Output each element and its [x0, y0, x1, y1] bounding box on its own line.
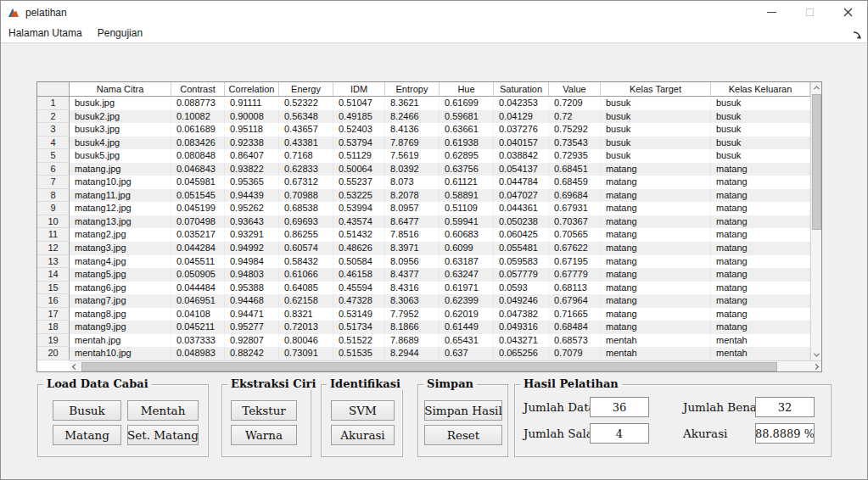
table-cell[interactable]: 7.8516	[385, 228, 440, 242]
table-cell[interactable]: matang	[711, 189, 810, 203]
table-cell[interactable]: 0.59941	[440, 215, 494, 229]
table-row[interactable]: 7matang10.jpg0.0459810.953650.673120.552…	[37, 176, 821, 189]
table-cell[interactable]: busuk	[711, 97, 810, 110]
table-cell[interactable]: 0.72935	[549, 149, 601, 163]
table-cell[interactable]: 0.94992	[225, 242, 279, 255]
table-cell[interactable]: 0.051545	[171, 189, 225, 203]
jumlah-salah-field[interactable]: 4	[590, 423, 649, 444]
menu-pengujian[interactable]: Pengujian	[90, 25, 150, 42]
table-cell[interactable]: 0.637	[440, 347, 494, 360]
table-cell[interactable]: 0.73543	[549, 137, 601, 150]
table-row[interactable]: 10matang13.jpg0.0704980.936430.696930.43…	[37, 215, 821, 229]
table-cell[interactable]: 0.63661	[440, 123, 494, 137]
table-cell[interactable]: matang	[601, 308, 711, 321]
table-cell[interactable]: 0.63247	[440, 268, 494, 282]
jumlah-data-field[interactable]: 36	[590, 397, 649, 417]
matang-button[interactable]: Matang	[53, 425, 121, 445]
table-cell[interactable]: 0.04108	[171, 308, 225, 321]
table-cell[interactable]: 0.94803	[225, 268, 279, 282]
table-cell[interactable]: 8.4136	[385, 123, 440, 137]
table-cell[interactable]: 8.0392	[385, 163, 440, 176]
table-cell[interactable]: 0.055481	[494, 242, 549, 255]
table-row[interactable]: 8matang11.jpg0.0515450.944390.709880.532…	[37, 189, 821, 203]
table-cell[interactable]: busuk	[711, 123, 810, 137]
table-cell[interactable]: 0.047382	[494, 308, 549, 321]
table-row[interactable]: 3busuk3.jpg0.0616890.951180.436570.52403…	[37, 123, 821, 137]
table-cell[interactable]: 0.0593	[494, 282, 549, 295]
table-cell[interactable]: 0.044361	[494, 202, 549, 215]
akurasi-button[interactable]: Akurasi	[331, 425, 395, 445]
table-cell[interactable]: 7.5619	[385, 149, 440, 163]
table-cell[interactable]: 0.51734	[333, 321, 385, 334]
akurasi-field[interactable]: 88.8889 %	[755, 423, 815, 444]
svm-button[interactable]: SVM	[331, 400, 395, 421]
table-cell[interactable]: 0.69684	[549, 189, 601, 203]
table-row[interactable]: 15matang6.jpg0.0444840.953880.640850.455…	[37, 282, 821, 295]
table-cell[interactable]: 0.94984	[225, 255, 279, 269]
table-row[interactable]: 20mentah10.jpg0.0489830.882420.730910.51…	[37, 347, 821, 360]
table-cell[interactable]: 0.95365	[225, 176, 279, 189]
table-cell[interactable]: mentah	[711, 334, 810, 348]
table-cell[interactable]: matang	[601, 294, 711, 308]
scroll-right-button[interactable]	[810, 361, 821, 372]
table-cell[interactable]: 0.67931	[549, 202, 601, 215]
table-cell[interactable]: 0.6099	[440, 242, 494, 255]
table-cell[interactable]: 0.045511	[171, 255, 225, 269]
table-cell[interactable]: matang.jpg	[70, 163, 171, 176]
table-cell[interactable]: 0.065256	[494, 347, 549, 360]
table-cell[interactable]: busuk	[601, 97, 711, 110]
table-cell[interactable]: 0.93291	[225, 228, 279, 242]
table-cell[interactable]: matang6.jpg	[70, 282, 171, 295]
table-cell[interactable]: 8.2078	[385, 189, 440, 203]
table-cell[interactable]: 0.86255	[279, 228, 333, 242]
table-cell[interactable]: matang	[711, 321, 810, 334]
table-cell[interactable]: 0.95277	[225, 321, 279, 334]
busuk-button[interactable]: Busuk	[53, 400, 121, 421]
table-cell[interactable]: 7.7952	[385, 308, 440, 321]
table-cell[interactable]: 0.51047	[333, 97, 385, 110]
table-cell[interactable]: 7.8769	[385, 137, 440, 150]
table-cell[interactable]: 0.67312	[279, 176, 333, 189]
table-cell[interactable]: 0.50584	[333, 255, 385, 269]
table-cell[interactable]: 0.71665	[549, 308, 601, 321]
warna-button[interactable]: Warna	[231, 425, 297, 445]
table-cell[interactable]: 8.0957	[385, 202, 440, 215]
table-cell[interactable]: 0.045211	[171, 321, 225, 334]
table-cell[interactable]: 0.94439	[225, 189, 279, 203]
table-cell[interactable]: 8.1866	[385, 321, 440, 334]
table-cell[interactable]: 0.59681	[440, 110, 494, 124]
table-cell[interactable]: 0.95262	[225, 202, 279, 215]
table-cell[interactable]: 0.53225	[333, 189, 385, 203]
table-cell[interactable]: 0.049246	[494, 294, 549, 308]
table-cell[interactable]: 0.94471	[225, 308, 279, 321]
table-cell[interactable]: mentah	[601, 334, 711, 348]
table-cell[interactable]: 0.53994	[333, 202, 385, 215]
table-cell[interactable]: 0.62158	[279, 294, 333, 308]
table-cell[interactable]: 0.80046	[279, 334, 333, 348]
table-cell[interactable]: 0.61699	[440, 97, 494, 110]
table-cell[interactable]: 0.68451	[549, 163, 601, 176]
set-matang-button[interactable]: Set. Matang	[127, 425, 199, 445]
table-cell[interactable]: matang	[601, 282, 711, 295]
table-cell[interactable]: 0.62399	[440, 294, 494, 308]
table-cell[interactable]: 0.7209	[549, 97, 601, 110]
table-cell[interactable]: matang	[601, 255, 711, 269]
table-cell[interactable]: busuk	[601, 123, 711, 137]
table-cell[interactable]: busuk	[711, 137, 810, 150]
table-cell[interactable]: 0.088773	[171, 97, 225, 110]
table-cell[interactable]: 0.50064	[333, 163, 385, 176]
table-cell[interactable]: 0.67964	[549, 294, 601, 308]
table-cell[interactable]: matang	[601, 228, 711, 242]
table-cell[interactable]: 0.43381	[279, 137, 333, 150]
table-cell[interactable]: busuk5.jpg	[70, 149, 171, 163]
table-cell[interactable]: matang	[711, 255, 810, 269]
table-cell[interactable]: matang	[601, 268, 711, 282]
table-cell[interactable]: 0.059583	[494, 255, 549, 269]
table-cell[interactable]: 0.51109	[440, 202, 494, 215]
table-cell[interactable]: 0.67779	[549, 268, 601, 282]
table-cell[interactable]: 0.68113	[549, 282, 601, 295]
table-cell[interactable]: 0.92338	[225, 137, 279, 150]
table-cell[interactable]: matang8.jpg	[70, 308, 171, 321]
table-cell[interactable]: 0.95118	[225, 123, 279, 137]
table-row[interactable]: 1busuk.jpg0.0887730.911110.523220.510478…	[37, 97, 821, 110]
